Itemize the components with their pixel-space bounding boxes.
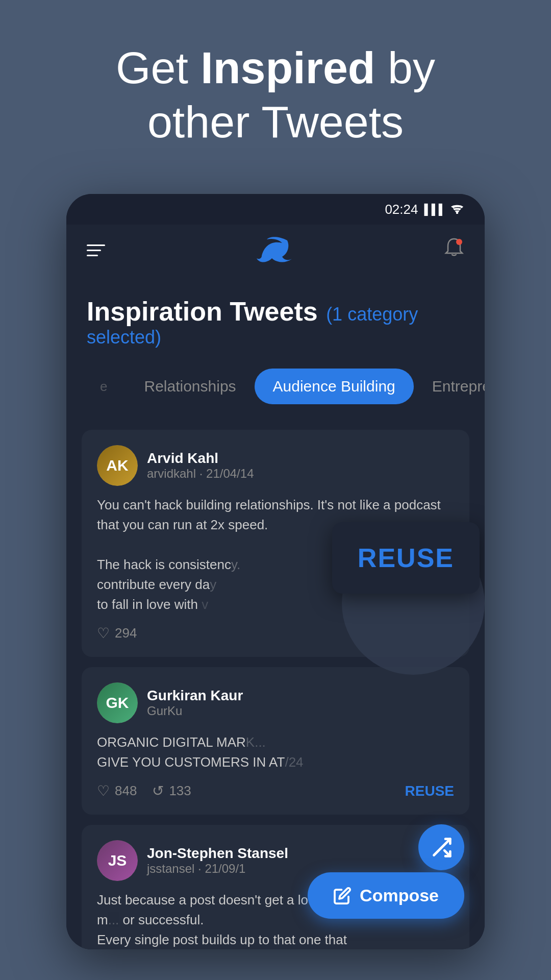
phone-mockup: 02:24 ▌▌▌ [66,194,485,949]
reuse-btn-2[interactable]: REUSE [405,783,454,799]
avatar-2-placeholder: GK [97,682,138,723]
category-tabs: e Relationships Audience Building Entrep… [66,358,485,414]
title-section: Inspiration Tweets (1 category selected) [66,276,485,358]
tweet-1-header: AK Arvid Kahl arvidkahl · 21/04/14 [97,445,454,486]
heart-icon-2: ♡ [97,782,110,799]
wifi-icon [450,203,464,216]
tweet-2-like-count: 848 [115,783,137,799]
reuse-overlay-1[interactable]: REUSE [332,522,480,594]
avatar-3-placeholder: JS [97,840,138,881]
header-bold: Inspired [201,42,375,93]
tweet-1-avatar: AK [97,445,138,486]
tweet-3-author-info: Jon-Stephen Stansel jsstansel · 21/09/1 [147,845,288,876]
tweet-1-author-info: Arvid Kahl arvidkahl · 21/04/14 [147,450,254,481]
tweet-1-like-count: 294 [115,625,137,641]
menu-icon[interactable] [87,244,105,256]
tweet-2-actions: ♡ 848 ↺ 133 REUSE [97,782,454,799]
signal-icon: ▌▌▌ [424,204,446,215]
tweet-2-header: GK Gurkiran Kaur GurKu [97,682,454,723]
header-text-get: Get [116,42,201,93]
tweet-2-text: ORGANIC DIGITAL MARK... GIVE YOU CUSTOME… [97,732,454,772]
avatar-1-placeholder: AK [97,445,138,486]
page-header: Get Inspired by other Tweets [0,0,551,179]
shuffle-button[interactable] [418,824,464,870]
tweet-card-1: AK Arvid Kahl arvidkahl · 21/04/14 You c… [82,430,469,657]
tweet-card-2: GK Gurkiran Kaur GurKu ORGANIC DIGITAL M… [82,667,469,815]
tweet-1-like-btn[interactable]: ♡ 294 [97,625,137,642]
status-bar: 02:24 ▌▌▌ [66,194,485,225]
tab-entrepreneurship[interactable]: Entrepreneurship [414,369,485,404]
tab-relationships[interactable]: Relationships [126,369,254,404]
header-text-by: by [375,42,435,93]
tweet-2-author-info: Gurkiran Kaur GurKu [147,688,243,718]
reuse-overlay-text[interactable]: REUSE [358,543,454,573]
page-title: Inspiration Tweets [87,297,318,326]
tweet-2-like-btn[interactable]: ♡ 848 [97,782,137,799]
tweet-3-handle-date: jsstansel · 21/09/1 [147,862,288,876]
compose-icon [333,887,352,905]
tweet-1-handle-date: arvidkahl · 21/04/14 [147,467,254,481]
app-bar [66,225,485,276]
tab-prev[interactable]: e [82,370,126,404]
heart-icon: ♡ [97,625,110,642]
tweet-2-retweet-count: 133 [169,783,191,799]
svg-point-1 [456,239,462,245]
status-time: 02:24 [385,202,418,217]
tab-audience-building[interactable]: Audience Building [255,369,414,404]
tweet-3-author-name: Jon-Stephen Stansel [147,845,288,862]
header-text-line2: other Tweets [147,96,404,147]
tweet-1-author-name: Arvid Kahl [147,450,254,467]
tweet-2-retweet-btn[interactable]: ↺ 133 [152,782,191,799]
status-icons: ▌▌▌ [424,203,464,216]
retweet-icon: ↺ [152,782,164,799]
compose-button[interactable]: Compose [308,872,464,919]
tweet-list: AK Arvid Kahl arvidkahl · 21/04/14 You c… [66,414,485,949]
app-logo [257,235,292,265]
compose-label: Compose [360,886,439,905]
tweet-2-avatar: GK [97,682,138,723]
tweet-2-author-name: Gurkiran Kaur [147,688,243,704]
notification-icon[interactable] [444,237,464,264]
tweet-2-handle-date: GurKu [147,704,243,718]
tweet-3-avatar: JS [97,840,138,881]
